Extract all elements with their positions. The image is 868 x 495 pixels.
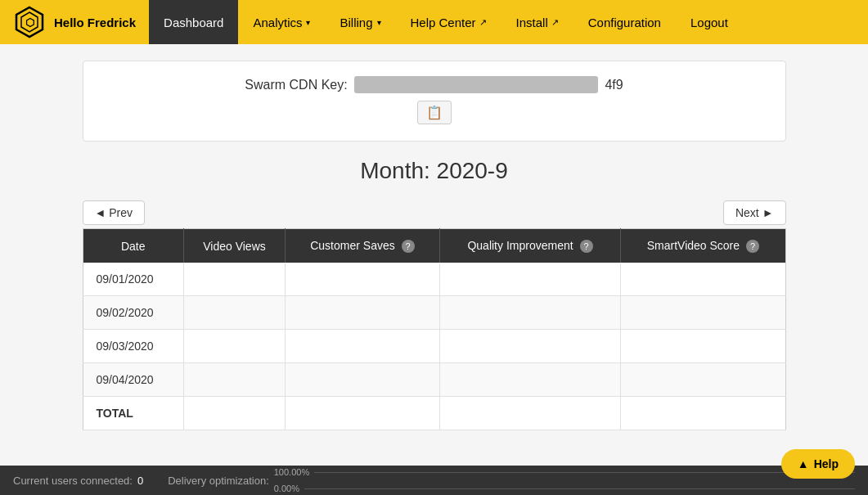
col-smartvideo-score: SmartVideo Score ? — [621, 229, 785, 263]
table-row: 09/01/2020 — [83, 263, 785, 296]
analytics-caret: ▾ — [306, 18, 310, 27]
next-button[interactable]: Next ► — [723, 200, 786, 225]
cell-total-customer-saves — [286, 397, 440, 430]
col-quality-improvement: Quality Improvement ? — [439, 229, 620, 263]
cell-total-quality-improvement — [439, 397, 620, 430]
prev-button[interactable]: ◄ Prev — [83, 200, 146, 225]
cdn-key-label: Swarm CDN Key: — [245, 78, 347, 92]
brand: ⬡ Hello Fredrick — [0, 6, 149, 38]
next-arrow-icon: ► — [762, 206, 774, 219]
cell-total-video-views — [183, 397, 285, 430]
cell-video-views — [183, 296, 285, 330]
billing-caret: ▾ — [377, 18, 381, 27]
table-body: 09/01/2020 09/02/2020 09/03/2020 09/04/2… — [83, 263, 785, 430]
logo-icon: ⬡ — [13, 6, 46, 38]
cell-customer-saves — [286, 263, 440, 296]
cell-quality-improvement — [439, 296, 620, 330]
cell-quality-improvement — [439, 330, 620, 363]
table-row: 09/03/2020 — [83, 330, 785, 363]
svg-text:⬡: ⬡ — [25, 16, 34, 29]
cell-quality-improvement — [439, 363, 620, 397]
cell-quality-improvement — [439, 263, 620, 296]
smartvideo-score-help-icon[interactable]: ? — [746, 240, 759, 253]
cell-date: 09/03/2020 — [83, 330, 183, 363]
navbar: ⬡ Hello Fredrick Dashboard Analytics ▾ B… — [0, 0, 868, 44]
copy-icon: 📋 — [426, 106, 443, 119]
cell-smartvideo-score — [621, 263, 785, 296]
cell-total-smartvideo-score — [621, 397, 785, 430]
col-video-views: Video Views — [183, 229, 285, 263]
cell-date: 09/04/2020 — [83, 363, 183, 397]
cell-smartvideo-score — [621, 363, 785, 397]
col-date: Date — [83, 229, 183, 263]
cdn-key-masked — [354, 76, 598, 93]
cell-total-label: TOTAL — [83, 397, 183, 430]
cell-smartvideo-score — [621, 330, 785, 363]
customer-saves-help-icon[interactable]: ? — [402, 240, 415, 253]
next-label: Next — [735, 206, 762, 219]
nav-items: Dashboard Analytics ▾ Billing ▾ Help Cen… — [149, 0, 743, 44]
install-ext-icon: ↗ — [551, 17, 559, 28]
nav-help-center[interactable]: Help Center ↗ — [396, 0, 501, 44]
cell-video-views — [183, 330, 285, 363]
cell-customer-saves — [286, 296, 440, 330]
col-customer-saves: Customer Saves ? — [286, 229, 440, 263]
nav-configuration[interactable]: Configuration — [573, 0, 676, 44]
table-header-row: Date Video Views Customer Saves ? Qualit… — [83, 229, 785, 263]
cdn-key-box: Swarm CDN Key: 4f9 📋 — [83, 61, 786, 142]
cdn-key-suffix: 4f9 — [605, 78, 623, 92]
cell-customer-saves — [286, 363, 440, 397]
month-heading: Month: 2020-9 — [83, 158, 786, 184]
brand-text: Hello Fredrick — [54, 16, 136, 29]
table-row: 09/02/2020 — [83, 296, 785, 330]
nav-install[interactable]: Install ↗ — [501, 0, 573, 44]
nav-controls: ◄ Prev Next ► — [83, 200, 786, 225]
prev-arrow-icon: ◄ — [95, 206, 106, 219]
main-content: Swarm CDN Key: 4f9 📋 Month: 2020-9 ◄ Pre… — [66, 44, 803, 447]
table-total-row: TOTAL — [83, 397, 785, 430]
cell-video-views — [183, 363, 285, 397]
cell-video-views — [183, 263, 285, 296]
cell-date: 09/01/2020 — [83, 263, 183, 296]
nav-analytics[interactable]: Analytics ▾ — [238, 0, 325, 44]
prev-label: Prev — [109, 206, 133, 219]
table-row: 09/04/2020 — [83, 363, 785, 397]
nav-billing[interactable]: Billing ▾ — [325, 0, 395, 44]
help-center-ext-icon: ↗ — [479, 17, 487, 28]
cdn-key-text: Swarm CDN Key: 4f9 — [108, 78, 761, 92]
nav-dashboard[interactable]: Dashboard — [149, 0, 238, 44]
data-table: Date Video Views Customer Saves ? Qualit… — [83, 228, 786, 430]
cell-customer-saves — [286, 330, 440, 363]
cell-date: 09/02/2020 — [83, 296, 183, 330]
cell-smartvideo-score — [621, 296, 785, 330]
quality-improvement-help-icon[interactable]: ? — [580, 240, 593, 253]
nav-logout[interactable]: Logout — [676, 0, 743, 44]
copy-cdn-key-button[interactable]: 📋 — [417, 101, 452, 124]
